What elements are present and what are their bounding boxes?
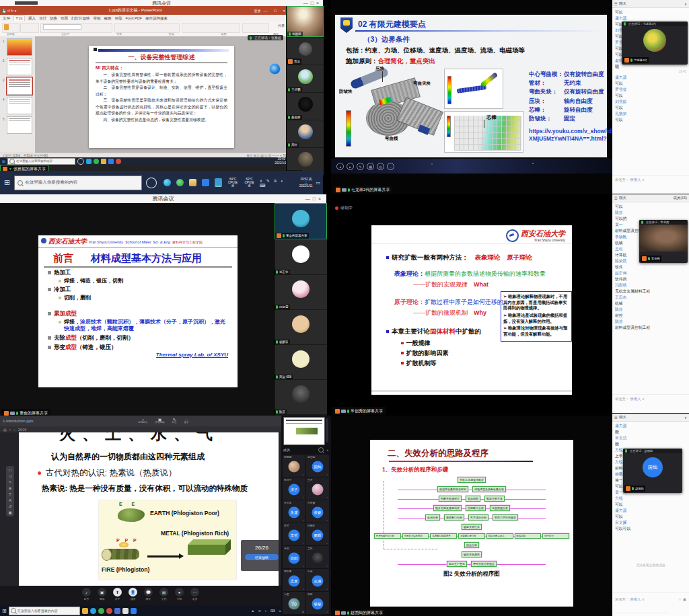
dock-button[interactable]: 👤成员: [129, 588, 137, 601]
member-cell[interactable]: 张永康 永康 ♪: [283, 500, 305, 523]
search-icon[interactable]: [318, 447, 324, 453]
member-cell[interactable]: 赵国灿 国灿 ♪: [306, 455, 329, 477]
chat-tab[interactable]: 聊天: [619, 1, 626, 6]
thumb-scrollbar[interactable]: [326, 418, 328, 442]
presenter-tool[interactable]: ▣开启视频: [153, 418, 167, 424]
cortana-button[interactable]: [146, 178, 157, 188]
dock-button[interactable]: ⋯更多: [190, 588, 199, 601]
eraser-tool-icon[interactable]: ▣: [8, 510, 11, 514]
members-tab[interactable]: 成员(15): [673, 196, 687, 200]
member-cell[interactable]: 李洋子 洋子 ♪: [283, 477, 305, 500]
slide-preview-thumb[interactable]: [283, 417, 325, 445]
participant-tile[interactable]: 杨繁辰: [275, 310, 327, 344]
chat-input[interactable]: [615, 607, 669, 613]
edge-icon[interactable]: [90, 608, 96, 614]
more-button[interactable]: –: [387, 163, 394, 170]
participant-tile[interactable]: 贾冰: [287, 38, 324, 65]
app-icon2[interactable]: [122, 608, 129, 614]
highlight-tool-icon[interactable]: ⊕: [9, 486, 12, 490]
pen-button[interactable]: ✎: [357, 163, 364, 170]
dock-button[interactable]: ▣视频: [98, 588, 106, 601]
member-cell[interactable]: 吴凯 ♪: [306, 546, 329, 568]
panel-collapse-icon[interactable]: ∨: [301, 609, 304, 614]
page-up-icon[interactable]: ↑: [9, 428, 11, 432]
participant-tile[interactable]: 张正华: [275, 240, 327, 274]
image-icon[interactable]: ▣: [683, 597, 686, 601]
presenter-tool[interactable]: ✎批注: [170, 418, 179, 424]
sendto-target[interactable]: 所有人 ∨: [630, 397, 645, 401]
edge-icon[interactable]: [164, 179, 171, 186]
participant-tile-sharing[interactable]: 董会的屏幕共享: [275, 203, 327, 239]
app-icon[interactable]: [106, 608, 112, 614]
participant-tile[interactable]: 周岚-658: [275, 345, 327, 379]
dock-button[interactable]: ▤文档: [159, 588, 168, 601]
presenter-tool[interactable]: ♪解除静音: [137, 418, 150, 424]
flow-box: 无损探测分析: [490, 505, 510, 511]
start-button[interactable]: ⊞: [4, 178, 10, 187]
presenter-tool[interactable]: ⋯更多: [182, 418, 191, 424]
meeting-app-icon[interactable]: [131, 608, 137, 614]
participant-tile[interactable]: 陈苏: [275, 380, 327, 414]
pen-tool-icon[interactable]: ✎: [9, 480, 12, 484]
collapse-icon[interactable]: ∨: [684, 416, 687, 420]
member-cell[interactable]: 王丹 ♪: [306, 477, 329, 500]
collapse-icon[interactable]: ∨: [684, 2, 687, 6]
member-cell[interactable]: 刘俊媛 俊媛 ♪: [306, 500, 329, 523]
add-member-icon[interactable]: ＋: [326, 448, 329, 452]
next-button[interactable]: ▸: [347, 163, 354, 170]
text-tool-icon[interactable]: T: [9, 492, 11, 496]
dock-button[interactable]: 💬聊天: [144, 588, 153, 601]
participant-tile[interactable]: 白如雪: [275, 275, 327, 309]
chat-tab[interactable]: 聊天: [619, 415, 626, 420]
chat-tab[interactable]: 聊天: [619, 196, 626, 200]
dock-button[interactable]: ⬆共享: [113, 588, 122, 601]
participant-tile[interactable]: 王济鹏: [287, 65, 324, 92]
explorer-icon[interactable]: [189, 179, 196, 186]
undo-tool-icon[interactable]: ↺: [9, 504, 12, 508]
dock-button[interactable]: ●录制: [175, 588, 184, 601]
select-tool-icon[interactable]: ▭: [8, 468, 11, 472]
member-tab[interactable]: 成员: [283, 448, 290, 452]
active-speaker-overlay[interactable]: 正在讲话：常创秀 常创秀: [639, 220, 688, 263]
tray-icons[interactable]: ▲ ≋ ◖ ⌨ ▭: [251, 609, 283, 613]
sendto-target[interactable]: 所有人 ∨: [630, 597, 645, 602]
notification-icon[interactable]: ▭: [316, 180, 320, 186]
word-icon[interactable]: [114, 608, 120, 614]
layout-icon[interactable]: ▤: [3, 428, 7, 432]
page-overlay-button[interactable]: 结束放映: [245, 554, 279, 560]
member-cell[interactable]: 陈鹏辉 鹏辉 ♪: [306, 523, 329, 545]
member-cell[interactable]: 李哲 李哲 ♪: [283, 523, 305, 545]
member-cell[interactable]: 肖阳 肖阳 ♪: [283, 546, 305, 568]
member-cell[interactable]: 郑敏 敏敏 ♪: [306, 592, 329, 614]
window-controls[interactable]: —□×: [305, 196, 324, 201]
camera-app-icon[interactable]: [215, 178, 222, 187]
emoji-icon[interactable]: ☺: [678, 597, 682, 601]
prev-button[interactable]: ◂: [336, 163, 344, 170]
laser-tool-icon[interactable]: ◁: [9, 474, 11, 478]
participant-tile[interactable]: 张雅妮: [287, 6, 324, 37]
active-speaker-overlay[interactable]: 正在讲话：七龙珠2代 七龙珠2代: [622, 22, 688, 65]
participant-tile[interactable]: 蔡俊辉: [287, 93, 324, 120]
folder-icon[interactable]: [82, 608, 88, 614]
page-down-icon[interactable]: ↓: [13, 428, 15, 432]
taskbar-search[interactable]: 在这里输入你要搜索的内容: [14, 176, 142, 190]
member-cell[interactable]: 孔璐 孔璐 ♪: [306, 569, 329, 591]
tray-icons[interactable]: ∧ ✎ ≋ ◖ ⌨: [260, 178, 294, 188]
shape-tool-icon[interactable]: A: [9, 498, 11, 502]
member-cell[interactable]: 杨雨晴 ♪: [283, 455, 305, 477]
taskbar-search[interactable]: 在这里输入你要搜索的内容: [9, 607, 80, 615]
wechat-icon[interactable]: [98, 608, 104, 614]
wechat-icon[interactable]: [176, 179, 184, 186]
eraser-button[interactable]: ▦: [367, 163, 374, 170]
window-controls[interactable]: —□×: [303, 1, 322, 5]
meeting-app-icon[interactable]: [202, 179, 209, 186]
sendto-target[interactable]: 所有人 ∨: [630, 178, 645, 182]
member-cell[interactable]: 周志勇 志勇 ♪: [283, 569, 305, 591]
close-icon[interactable]: ×: [241, 540, 279, 545]
zoom-button[interactable]: ◎: [377, 163, 384, 170]
clock[interactable]: 19:52 周二2022/1/11: [299, 178, 313, 188]
participant-tile[interactable]: 周科: [287, 120, 324, 147]
start-button[interactable]: ⊞: [2, 608, 7, 614]
dock-button[interactable]: ♪静音: [82, 588, 91, 601]
active-speaker-overlay[interactable]: 正在讲话：赵国灿 国灿 赵国灿: [623, 449, 682, 493]
